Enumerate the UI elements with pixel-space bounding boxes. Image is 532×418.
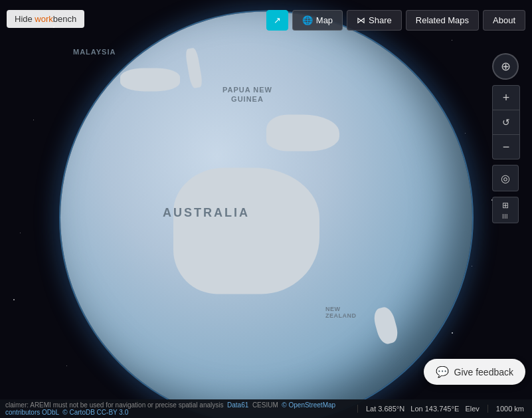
about-label: About xyxy=(493,15,515,25)
share-icon: ⋈ xyxy=(357,15,365,25)
zoom-in-button[interactable]: + xyxy=(493,86,519,110)
zoom-in-icon: + xyxy=(503,91,510,105)
zoom-controls: + ↺ − xyxy=(492,85,520,159)
related-maps-button[interactable]: Related Maps xyxy=(406,10,479,31)
status-bar: claimer: AREMI must not be used for navi… xyxy=(0,399,532,418)
expand-button[interactable]: ↗ xyxy=(266,10,288,31)
new-zealand-landmass xyxy=(371,305,400,346)
cartodb-link[interactable]: © CartoDB CC-BY 3.0 xyxy=(62,409,128,416)
scale-value: 1000 km xyxy=(496,405,524,413)
vietnam-landmass xyxy=(184,47,203,88)
lon-label: Lon xyxy=(410,405,422,413)
malaysia-landmass xyxy=(120,68,180,91)
papua-landmass xyxy=(266,114,339,151)
map-globe-icon: 🌐 xyxy=(302,15,313,25)
disclaimer-text: claimer: AREMI must not be used for navi… xyxy=(0,401,357,416)
compass-button[interactable]: ⊕ xyxy=(492,53,519,80)
globe[interactable] xyxy=(60,11,472,418)
lat-value: 3.685°N xyxy=(378,405,404,413)
malaysia-label: MALAYSIA xyxy=(73,48,116,56)
hide-workbench-button[interactable]: Hide workbench xyxy=(7,10,84,28)
about-button[interactable]: About xyxy=(483,10,525,31)
lat-label: Lat xyxy=(366,405,376,413)
feedback-label: Give feedback xyxy=(454,367,514,377)
scale-bar: 1000 km xyxy=(488,405,532,413)
zoom-out-icon: − xyxy=(503,140,510,154)
layers-button[interactable]: ⊞|||| xyxy=(492,197,519,223)
zoom-reset-icon: ↺ xyxy=(502,117,510,128)
zoom-out-button[interactable]: − xyxy=(493,135,519,159)
australia-label: AUSTRALIA xyxy=(163,206,250,220)
papua-new-guinea-label: PAPUA NEWGUINEA xyxy=(222,85,272,104)
toolbar: Hide workbench ↗ 🌐 Map ⋈ Share Related M… xyxy=(0,0,532,40)
expand-icon: ↗ xyxy=(274,15,281,25)
layers-icon: ⊞|||| xyxy=(502,201,509,219)
nav-buttons: ↗ 🌐 Map ⋈ Share Related Maps About xyxy=(266,10,525,31)
zoom-reset-button[interactable]: ↺ xyxy=(493,110,519,134)
location-button[interactable]: ◎ xyxy=(492,165,519,191)
share-button[interactable]: ⋈ Share xyxy=(347,10,402,31)
related-maps-label: Related Maps xyxy=(416,15,469,25)
coordinates-display: Lat 3.685°N Lon 143.745°E Elev xyxy=(357,405,488,413)
feedback-button[interactable]: 💬 Give feedback xyxy=(424,359,526,385)
map-button[interactable]: 🌐 Map xyxy=(292,10,343,31)
data61-link[interactable]: Data61 xyxy=(227,401,248,409)
location-icon: ◎ xyxy=(501,172,510,185)
share-label: Share xyxy=(369,15,392,25)
feedback-icon: 💬 xyxy=(436,366,449,378)
cesium-label: CESIUM xyxy=(252,401,278,409)
new-zealand-label: NEWZEALAND xyxy=(325,306,357,319)
australia-landmass xyxy=(173,167,319,294)
right-controls: ⊕ + ↺ − ◎ ⊞|||| xyxy=(492,53,520,223)
map-label: Map xyxy=(316,15,333,25)
compass-icon: ⊕ xyxy=(501,59,511,74)
elev-label: Elev xyxy=(465,405,479,413)
lon-value: 143.745°E xyxy=(425,405,460,413)
